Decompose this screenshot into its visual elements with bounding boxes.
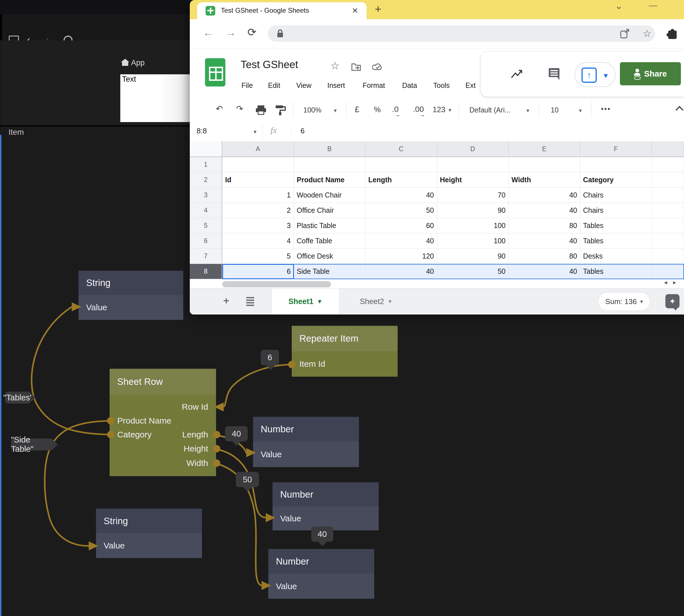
node-sheet-row[interactable]: Sheet Row Row Id Product Name Category L… [110, 369, 216, 476]
horizontal-scrollbar[interactable] [222, 281, 331, 287]
menu-file[interactable]: File [242, 81, 253, 90]
bookmark-star-icon[interactable]: ☆ [643, 28, 651, 39]
share-button[interactable]: Share [620, 62, 681, 85]
cell[interactable]: 40 [365, 188, 437, 203]
column-header-F[interactable]: F [580, 141, 652, 157]
menu-view[interactable]: View [296, 81, 312, 90]
port-category[interactable]: Category [117, 430, 152, 439]
name-box[interactable]: 8:8 [197, 127, 207, 135]
sum-status-pill[interactable]: Sum: 136 ▾ [598, 292, 650, 311]
window-minimize-icon[interactable]: — [649, 1, 657, 10]
cell[interactable] [437, 157, 509, 172]
column-header-B[interactable]: B [294, 141, 366, 157]
cell[interactable]: 1 [222, 188, 294, 203]
node-number-3[interactable]: Number Value [268, 549, 374, 599]
cell[interactable]: 90 [437, 203, 509, 218]
cell[interactable]: 80 [509, 218, 580, 234]
cell[interactable]: Tables [580, 234, 652, 249]
star-icon[interactable]: ☆ [330, 60, 339, 72]
port-value[interactable]: Value [261, 449, 282, 459]
cell[interactable]: 4 [222, 234, 294, 249]
cell[interactable]: Product Name [294, 172, 366, 188]
column-header-C[interactable]: C [365, 141, 437, 157]
row-header-4[interactable]: 4 [190, 203, 222, 218]
node-repeater-item[interactable]: Repeater Item Item Id [292, 326, 397, 377]
cell[interactable] [652, 249, 684, 264]
port-length[interactable]: Length [182, 430, 208, 439]
port-width[interactable]: Width [186, 458, 208, 468]
row-header-2[interactable]: 2 [190, 172, 222, 188]
comment-icon[interactable] [548, 68, 560, 81]
table-row[interactable]: 75Office Desk1209080Desks [190, 249, 684, 264]
sheet-tab-sheet2[interactable]: Sheet2 ▼ [348, 288, 405, 314]
back-icon[interactable]: ← [203, 26, 213, 39]
cell[interactable]: 80 [509, 249, 580, 264]
extensions-puzzle-icon[interactable] [668, 30, 677, 39]
all-sheets-icon[interactable] [246, 297, 254, 306]
node-number-2[interactable]: Number Value [273, 482, 379, 530]
port-product-name[interactable]: Product Name [117, 416, 172, 425]
toolbar-overflow-button[interactable]: ••• [601, 105, 611, 113]
cell[interactable]: Office Desk [294, 249, 366, 264]
cell[interactable]: Length [365, 172, 437, 188]
cell[interactable]: 100 [437, 234, 509, 249]
cell[interactable]: Category [580, 172, 652, 188]
port-value[interactable]: Value [86, 303, 107, 312]
collapse-toolbar-icon[interactable] [676, 106, 683, 114]
cell[interactable] [509, 157, 580, 172]
cloud-status-icon[interactable] [372, 63, 384, 71]
cell[interactable]: Chairs [580, 188, 652, 203]
port-value[interactable]: Value [276, 581, 297, 591]
cell[interactable]: 5 [222, 249, 294, 264]
node-number-1[interactable]: Number Value [253, 417, 359, 467]
table-row[interactable]: 31Wooden Chair407040Chairs [190, 188, 684, 203]
text-widget[interactable]: Text [120, 74, 191, 122]
add-sheet-icon[interactable]: + [223, 295, 229, 307]
font-size-select[interactable]: 10 [551, 106, 558, 114]
row-header-7[interactable]: 7 [190, 249, 222, 264]
redo-icon[interactable]: ↷ [236, 104, 243, 114]
cell[interactable]: 2 [222, 203, 294, 218]
cell[interactable]: 100 [437, 218, 509, 234]
sheet1-caret-icon[interactable]: ▼ [317, 299, 322, 305]
sheet2-caret-icon[interactable]: ▼ [387, 299, 392, 305]
node-string-1[interactable]: String Value [78, 271, 183, 320]
cell[interactable] [294, 157, 366, 172]
scroll-arrows[interactable]: ◄► [663, 280, 681, 286]
cell[interactable] [222, 157, 294, 172]
spreadsheet-grid[interactable]: ABCDEF 12IdProduct NameLengthHeightWidth… [190, 141, 684, 279]
port-value[interactable]: Value [280, 514, 301, 523]
cell[interactable]: 40 [509, 188, 580, 203]
more-formats-button[interactable]: 123 [433, 105, 446, 114]
zoom-select[interactable]: 100% [303, 106, 321, 114]
browser-tab[interactable]: Test GSheet - Google Sheets ✕ [197, 2, 367, 19]
print-icon[interactable] [255, 105, 267, 115]
menu-extensions[interactable]: Ext [465, 81, 476, 90]
column-header-A[interactable]: A [222, 141, 294, 157]
menu-tools[interactable]: Tools [433, 81, 450, 90]
cell[interactable]: Office Chair [294, 203, 366, 218]
cell[interactable]: 70 [437, 188, 509, 203]
row-header-3[interactable]: 3 [190, 188, 222, 203]
cell[interactable]: 3 [222, 218, 294, 234]
table-row[interactable]: 2IdProduct NameLengthHeightWidthCategory [190, 172, 684, 188]
column-header-D[interactable]: D [437, 141, 509, 157]
cell[interactable] [652, 188, 684, 203]
port-height[interactable]: Height [184, 444, 208, 454]
menu-format[interactable]: Format [363, 81, 385, 90]
cell[interactable]: Plastic Table [294, 218, 366, 234]
table-row[interactable]: 53Plastic Table6010080Tables [190, 218, 684, 234]
explore-icon[interactable]: ✦ [665, 294, 680, 308]
sheet-tab-sheet1[interactable]: Sheet1 ▼ [272, 288, 339, 314]
port-value[interactable]: Value [104, 541, 125, 550]
node-string-2[interactable]: String Value [96, 509, 202, 558]
currency-format-button[interactable]: £ [355, 105, 359, 114]
app-label[interactable]: App [131, 59, 144, 67]
cell[interactable] [652, 157, 684, 172]
item-label[interactable]: Item [8, 128, 24, 137]
row-header-8[interactable]: 8 [190, 264, 222, 279]
column-header-E[interactable]: E [509, 141, 580, 157]
cell[interactable]: 40 [365, 234, 437, 249]
formula-input[interactable]: 6 [300, 127, 304, 135]
window-chevron-icon[interactable]: ⌄ [615, 0, 623, 11]
